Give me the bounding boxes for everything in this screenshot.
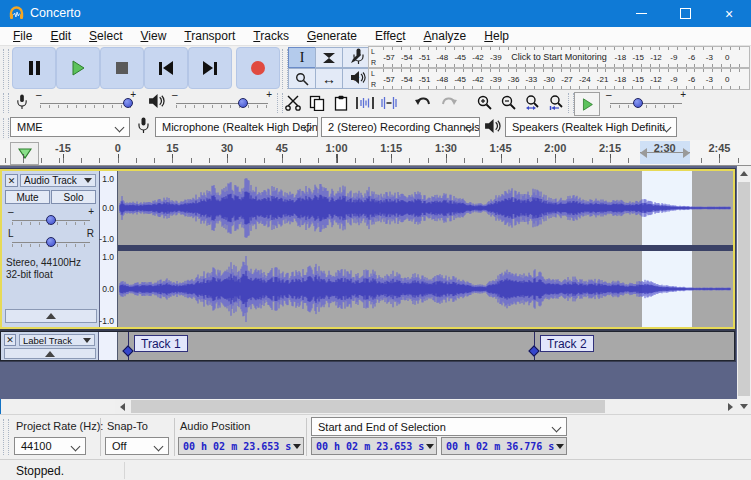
scroll-down-button[interactable] [737,399,751,414]
pan-slider[interactable]: L R [8,231,94,249]
menu-select[interactable]: Select [80,29,131,43]
silence-audio-button[interactable] [378,92,400,114]
horizontal-scrollbar-thumb[interactable] [131,400,605,413]
timeline-ruler[interactable]: -1501530451:001:151:301:452:002:152:302:… [0,140,751,166]
vertical-scale-ruler[interactable]: 1.00.0-1.01.00.0-1.0 [100,171,118,327]
track-menu-arrow-icon [84,178,92,183]
slider-thumb[interactable] [123,98,133,108]
menu-help[interactable]: Help [475,29,518,43]
scroll-right-button[interactable] [723,399,737,414]
close-button[interactable]: × [707,0,751,27]
project-rate-select[interactable]: 44100 [14,437,86,455]
label-marker-icon[interactable] [122,345,133,356]
timeline-tick-label: 1:15 [380,142,402,154]
menu-generate[interactable]: Generate [298,29,366,43]
selection-end-field[interactable]: 00 h 02 m 36.776 s [441,437,567,455]
envelope-tool-button[interactable] [315,47,343,68]
collapse-track-button[interactable] [5,309,97,323]
cut-button[interactable] [282,92,304,114]
play-button[interactable] [56,47,100,89]
minimize-button[interactable] [619,0,663,27]
label-marker-icon[interactable] [528,345,539,356]
menu-analyze[interactable]: Analyze [415,29,476,43]
menu-view[interactable]: View [132,29,176,43]
copy-button[interactable] [306,92,328,114]
transport-toolbar-grip[interactable] [3,49,9,89]
audio-track-menu-button[interactable]: Audio Track [20,174,96,187]
label-text-box[interactable]: Track 1 [134,335,188,352]
skip-to-start-button[interactable] [144,47,188,89]
snap-to-select[interactable]: Off [105,437,169,455]
slider-max-label: + [680,89,686,100]
recording-channels-select[interactable]: 2 (Stereo) Recording Channels [321,117,480,137]
gain-slider[interactable]: – + [8,209,94,227]
play-at-speed-button[interactable] [574,92,600,116]
scroll-left-button[interactable] [115,399,129,414]
close-track-button[interactable]: ✕ [4,334,16,346]
recording-meter-mic-icon[interactable] [352,48,365,65]
slider-thumb[interactable] [238,98,248,108]
playback-speed-slider[interactable]: – + [606,92,686,110]
audio-position-field[interactable]: 00 h 02 m 23.653 s [178,437,304,455]
time-shift-tool-button[interactable]: ↔ [315,68,343,89]
mute-button[interactable]: Mute [5,190,50,204]
field-dropdown-icon[interactable] [556,444,564,449]
waveform-display[interactable] [118,171,733,327]
selection-tool-button[interactable]: I [288,47,316,68]
undo-button[interactable] [412,92,434,114]
menu-transport[interactable]: Transport [175,29,244,43]
close-track-button[interactable]: ✕ [5,174,18,187]
redo-button[interactable] [438,92,460,114]
paste-button[interactable] [330,92,352,114]
playback-meter[interactable]: L R -57-54-51-48-45-42-39-36-33-30-27-24… [368,68,750,90]
selection-mode-select[interactable]: Start and End of Selection [311,417,567,436]
title-bar[interactable]: Concerto × [0,0,751,27]
field-dropdown-icon[interactable] [293,444,301,449]
menu-edit[interactable]: Edit [41,29,80,43]
zoom-in-button[interactable] [474,92,496,114]
skip-to-end-button[interactable] [188,47,232,89]
menu-tracks[interactable]: Tracks [244,29,298,43]
slider-thumb[interactable] [46,237,56,247]
menu-effect[interactable]: Effect [366,29,415,43]
recording-device-select[interactable]: Microphone (Realtek High Defini [155,117,318,137]
slider-thumb[interactable] [46,215,56,225]
vertical-scrollbar-thumb[interactable] [738,182,750,396]
selection-right-handle-icon[interactable] [683,148,690,158]
selection-start-field[interactable]: 00 h 02 m 23.653 s [311,437,437,455]
meter-scale-label: -3 [706,75,713,84]
recording-volume-slider[interactable]: – + [36,92,136,110]
zoom-out-button[interactable] [498,92,520,114]
stop-button[interactable] [100,47,144,89]
collapse-track-button[interactable] [4,348,96,359]
playback-meter-speaker-icon[interactable] [350,70,366,85]
selection-toolbar-grip[interactable] [3,419,9,455]
label-track-menu-button[interactable]: Label Track [19,334,95,346]
recording-meter[interactable]: L R -57-54-51-48-45-42-39-18-15-12-9-6-3… [368,46,750,68]
pause-button[interactable] [12,47,56,89]
fit-selection-icon [525,95,541,111]
playback-device-select[interactable]: Speakers (Realtek High Definiti [505,117,677,137]
record-button[interactable] [236,47,280,89]
playback-volume-slider[interactable]: – + [172,92,272,110]
audio-host-select[interactable]: MME [10,117,130,137]
selection-left-handle-icon[interactable] [640,148,647,158]
trim-audio-button[interactable] [354,92,376,114]
fit-project-button[interactable] [546,92,568,114]
menu-file[interactable]: File [4,29,41,43]
chevron-down-icon [154,442,164,452]
scroll-up-button[interactable] [737,166,751,181]
zoom-tool-button[interactable] [288,68,316,89]
meter-scale-label: -18 [615,75,627,84]
maximize-button[interactable] [663,0,707,27]
label-text-box[interactable]: Track 2 [540,335,594,352]
label-track[interactable]: ✕ Label Track Track 1 Track 2 [0,331,735,361]
solo-button[interactable]: Solo [51,190,96,204]
meter-scale-label: -45 [454,75,466,84]
fit-selection-button[interactable] [522,92,544,114]
mixer-toolbar-grip[interactable] [3,93,9,113]
audio-track[interactable]: ✕ Audio Track Mute Solo – + L R [0,169,735,329]
monitoring-prompt[interactable]: Click to Start Monitoring [508,52,610,62]
device-toolbar-grip[interactable] [3,118,9,138]
field-dropdown-icon[interactable] [426,444,434,449]
